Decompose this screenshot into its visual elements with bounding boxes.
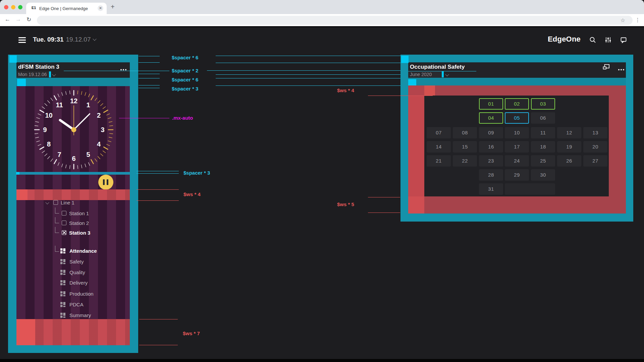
calendar-day[interactable]: 03: [531, 98, 555, 110]
spacer-annotation: $spacer * 3: [183, 170, 210, 176]
tree-item[interactable]: Station 2: [69, 220, 89, 226]
calendar-day[interactable]: 13: [583, 127, 607, 138]
browser-tab[interactable]: E1 Edge One | Germanedge ×: [26, 3, 107, 14]
pause-button[interactable]: [98, 175, 113, 190]
calendar-day[interactable]: 24: [505, 155, 529, 167]
calendar-day[interactable]: 16: [479, 141, 503, 153]
checkbox-icon[interactable]: [62, 211, 66, 216]
calendar-day[interactable]: 30: [531, 169, 555, 181]
right-panel-subtitle-box[interactable]: June 2020: [408, 71, 442, 78]
address-bar[interactable]: ☆: [37, 16, 633, 25]
calendar-day[interactable]: 09: [479, 127, 503, 138]
calendar-day[interactable]: 06: [531, 112, 555, 124]
calendar-day[interactable]: 26: [557, 155, 581, 167]
calendar-day[interactable]: 12: [557, 127, 581, 138]
right-subtitle-spacer-marker: [442, 71, 444, 77]
ws-annotation: $ws * 7: [183, 330, 200, 336]
calendar-day[interactable]: 17: [505, 141, 529, 153]
calendar-day[interactable]: 31: [479, 183, 503, 195]
calendar-ws-top-cap: [424, 85, 435, 96]
calendar-day[interactable]: 08: [453, 127, 477, 138]
calendar-day[interactable]: 07: [427, 127, 451, 138]
tree-item[interactable]: Station 1: [69, 210, 89, 217]
calendar-day[interactable]: 14: [427, 141, 451, 153]
dashboard-item[interactable]: Safety: [69, 259, 84, 265]
calendar-day[interactable]: 10: [505, 127, 529, 138]
checkbox-checked-icon[interactable]: [62, 230, 66, 235]
calendar: 0102030405060708091011121314151617181920…: [424, 96, 609, 196]
calendar-ws-bottom-band: [408, 196, 626, 214]
annotation-line: [139, 88, 160, 88]
calendar-day[interactable]: 22: [453, 155, 477, 167]
right-band-handle[interactable]: [408, 79, 416, 85]
calendar-day[interactable]: 23: [479, 155, 503, 167]
calendar-day[interactable]: 18: [531, 141, 555, 153]
calendar-ws-top-left: [408, 85, 424, 96]
calendar-day[interactable]: 05: [505, 112, 529, 124]
left-band-handle[interactable]: [17, 79, 26, 86]
calendar-day[interactable]: 29: [505, 169, 529, 181]
calendar-day[interactable]: 19: [557, 141, 581, 153]
dashboard-item[interactable]: Delivery: [69, 280, 88, 286]
dashboard-item[interactable]: Production: [69, 291, 94, 297]
left-red-bottom-cap: [16, 319, 35, 345]
left-panel-subtitle-box[interactable]: Mon 19.12.06: [16, 71, 49, 78]
tree-connector: [55, 246, 59, 252]
chevron-down-icon: [93, 37, 96, 41]
tree-item[interactable]: Station 3: [69, 230, 90, 236]
annotation-line: [216, 78, 400, 78]
dashboard-item[interactable]: Attendance: [69, 248, 97, 254]
messages-icon[interactable]: [620, 37, 627, 43]
checkbox-icon[interactable]: [62, 221, 66, 225]
tree-connector: [55, 227, 59, 233]
calendar-day[interactable]: 25: [531, 155, 555, 167]
date-selector[interactable]: Tue. 09:31 19.12.07: [33, 36, 96, 44]
calendar-day[interactable]: 02: [505, 98, 529, 110]
right-panel-handle[interactable]: [401, 56, 409, 63]
ws-annotation: $ws * 4: [183, 191, 201, 197]
calendar-ws-right-column: [609, 96, 626, 196]
calendar-day[interactable]: 20: [583, 141, 607, 153]
menu-icon[interactable]: [18, 37, 26, 43]
tab-close-icon[interactable]: ×: [98, 5, 103, 11]
reload-icon[interactable]: ↻: [26, 16, 31, 23]
annotation-line: [216, 74, 400, 75]
chrome-separator: [0, 26, 644, 27]
checkbox-icon[interactable]: [53, 200, 58, 205]
tab-favicon: E1: [32, 6, 36, 10]
calendar-day[interactable]: 27: [583, 155, 607, 167]
traffic-minimize-button[interactable]: [11, 5, 15, 9]
calendar-day[interactable]: 28: [479, 169, 503, 181]
right-panel-spacer-band: [408, 78, 626, 85]
svg-text:3: 3: [101, 126, 104, 133]
traffic-close-button[interactable]: [4, 5, 8, 9]
calendar-day[interactable]: 21: [427, 155, 451, 167]
dashboard-item[interactable]: Summary: [69, 312, 91, 318]
calendar-day[interactable]: 15: [453, 141, 477, 153]
star-icon[interactable]: ☆: [621, 17, 625, 23]
left-panel-handle[interactable]: [9, 55, 17, 63]
search-icon[interactable]: [589, 37, 596, 43]
tree-connector: [55, 207, 59, 214]
calendar-day[interactable]: 11: [531, 127, 555, 138]
calendar-day[interactable]: 01: [479, 98, 503, 110]
new-tab-button[interactable]: +: [111, 3, 115, 11]
ws-annotation: $ws * 5: [337, 201, 354, 207]
svg-text:1: 1: [86, 101, 90, 109]
browser-tabstrip: E1 Edge One | Germanedge × +: [0, 0, 644, 14]
tree-item[interactable]: Line 1: [61, 200, 74, 206]
tree-connector: [55, 217, 59, 223]
dashboard-item[interactable]: Quality: [69, 269, 85, 276]
filters-icon[interactable]: [605, 37, 611, 43]
calendar-day[interactable]: 04: [479, 112, 503, 124]
svg-text:2: 2: [97, 112, 101, 119]
back-icon[interactable]: ←: [5, 16, 10, 23]
forward-icon[interactable]: →: [15, 16, 21, 23]
right-panel-title: Occupational Safety: [410, 64, 465, 70]
browser-menu-icon[interactable]: ⋮: [635, 17, 640, 23]
right-panel-menu-icon[interactable]: [617, 66, 624, 72]
traffic-zoom-button[interactable]: [18, 5, 22, 9]
dashboard-item[interactable]: PDCA: [69, 302, 84, 308]
popout-icon[interactable]: [603, 64, 610, 70]
calendar-empty-cell: [505, 183, 555, 195]
